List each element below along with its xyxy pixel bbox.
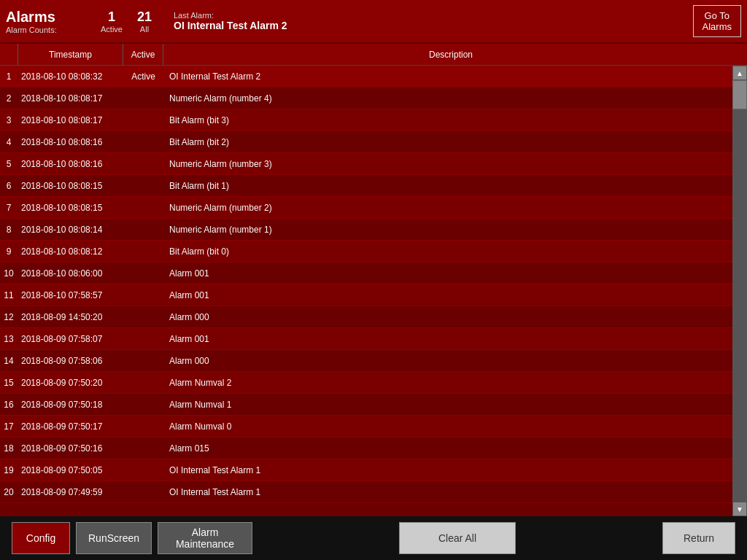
- table-row[interactable]: 14 2018-08-09 07:58:06 Alarm 000: [0, 350, 747, 372]
- all-count-label: All: [140, 25, 149, 34]
- scroll-thumb[interactable]: [732, 80, 747, 109]
- row-timestamp: 2018-08-09 07:50:20: [18, 378, 123, 388]
- runscreen-button[interactable]: RunScreen: [76, 522, 152, 554]
- row-num: 11: [0, 290, 18, 300]
- table-row[interactable]: 16 2018-08-09 07:50:18 Alarm Numval 1: [0, 394, 747, 416]
- row-timestamp: 2018-08-10 08:08:15: [18, 181, 123, 191]
- row-timestamp: 2018-08-10 08:06:00: [18, 268, 123, 279]
- table-row[interactable]: 19 2018-08-09 07:50:05 OI Internal Test …: [0, 459, 747, 481]
- last-alarm-area: Last Alarm: OI Internal Test Alarm 2: [174, 11, 287, 31]
- table-row[interactable]: 18 2018-08-09 07:50:16 Alarm 015: [0, 438, 747, 459]
- scroll-up-button[interactable]: ▲: [732, 66, 747, 80]
- all-count-item: 21 All: [137, 9, 152, 34]
- table-row[interactable]: 9 2018-08-10 08:08:12 Bit Alarm (bit 0): [0, 241, 747, 262]
- alarm-table-area: Timestamp Active Description 1 2018-08-1…: [0, 44, 747, 516]
- row-timestamp: 2018-08-10 08:08:12: [18, 246, 123, 257]
- row-description: Bit Alarm (bit 1): [163, 181, 732, 191]
- row-description: Numeric Alarm (number 4): [163, 93, 732, 104]
- header: Alarms Alarm Counts: 1 Active 21 All Las…: [0, 0, 747, 44]
- table-row[interactable]: 2 2018-08-10 08:08:17 Numeric Alarm (num…: [0, 88, 747, 109]
- col-description-header: Description: [163, 50, 732, 60]
- go-to-alarms-button[interactable]: Go ToAlarms: [693, 5, 741, 37]
- table-row[interactable]: 17 2018-08-09 07:50:17 Alarm Numval 0: [0, 416, 747, 438]
- row-description: Bit Alarm (bit 3): [163, 115, 732, 125]
- row-active: Active: [123, 71, 163, 82]
- row-timestamp: 2018-08-10 08:08:17: [18, 93, 123, 104]
- clear-all-button[interactable]: Clear All: [399, 522, 516, 554]
- table-row[interactable]: 20 2018-08-09 07:49:59 OI Internal Test …: [0, 481, 747, 503]
- last-alarm-label: Last Alarm:: [174, 11, 287, 20]
- row-num: 8: [0, 225, 18, 235]
- row-description: Alarm 000: [163, 312, 732, 322]
- row-description: Alarm Numval 1: [163, 400, 732, 410]
- row-description: Bit Alarm (bit 2): [163, 137, 732, 147]
- row-num: 13: [0, 334, 18, 344]
- alarm-maintenance-button[interactable]: AlarmMaintenance: [158, 522, 252, 554]
- table-row[interactable]: 15 2018-08-09 07:50:20 Alarm Numval 2: [0, 372, 747, 394]
- row-description: Numeric Alarm (number 1): [163, 225, 732, 235]
- row-timestamp: 2018-08-10 08:08:17: [18, 115, 123, 125]
- row-description: Alarm 001: [163, 290, 732, 300]
- row-num: 16: [0, 400, 18, 410]
- alarms-title-area: Alarms Alarm Counts:: [6, 9, 93, 34]
- row-description: OI Internal Test Alarm 2: [163, 71, 732, 82]
- row-timestamp: 2018-08-09 07:58:07: [18, 334, 123, 344]
- row-num: 12: [0, 312, 18, 322]
- row-description: Alarm Numval 2: [163, 378, 732, 388]
- scrollbar[interactable]: ▲ ▼: [732, 66, 747, 516]
- row-num: 9: [0, 246, 18, 257]
- table-row[interactable]: 10 2018-08-10 08:06:00 Alarm 001: [0, 262, 747, 284]
- table-body: 1 2018-08-10 08:08:32 Active OI Internal…: [0, 66, 747, 516]
- table-row[interactable]: 3 2018-08-10 08:08:17 Bit Alarm (bit 3): [0, 109, 747, 131]
- table-row[interactable]: 13 2018-08-09 07:58:07 Alarm 001: [0, 328, 747, 350]
- row-timestamp: 2018-08-10 08:08:15: [18, 203, 123, 213]
- active-count-label: Active: [101, 25, 123, 34]
- row-timestamp: 2018-08-09 07:58:06: [18, 356, 123, 366]
- table-row[interactable]: 5 2018-08-10 08:08:16 Numeric Alarm (num…: [0, 153, 747, 175]
- table-row[interactable]: 4 2018-08-10 08:08:16 Bit Alarm (bit 2): [0, 131, 747, 153]
- table-row[interactable]: 7 2018-08-10 08:08:15 Numeric Alarm (num…: [0, 197, 747, 219]
- row-description: Numeric Alarm (number 2): [163, 203, 732, 213]
- row-timestamp: 2018-08-09 07:49:59: [18, 487, 123, 497]
- row-num: 7: [0, 203, 18, 213]
- col-active-header: Active: [123, 44, 163, 65]
- row-timestamp: 2018-08-10 08:08:14: [18, 225, 123, 235]
- row-timestamp: 2018-08-10 07:58:57: [18, 290, 123, 300]
- row-timestamp: 2018-08-09 07:50:18: [18, 400, 123, 410]
- active-count-item: 1 Active: [101, 9, 123, 34]
- row-description: Bit Alarm (bit 0): [163, 246, 732, 257]
- row-timestamp: 2018-08-10 08:08:16: [18, 137, 123, 147]
- alarm-counts-label: Alarm Counts:: [6, 26, 93, 34]
- scroll-down-button[interactable]: ▼: [732, 502, 747, 516]
- row-description: Numeric Alarm (number 3): [163, 159, 732, 169]
- scroll-track: [732, 80, 747, 502]
- table-row[interactable]: 11 2018-08-10 07:58:57 Alarm 001: [0, 284, 747, 306]
- last-alarm-value: OI Internal Test Alarm 2: [174, 20, 287, 31]
- row-num: 10: [0, 268, 18, 279]
- row-description: Alarm 015: [163, 443, 732, 454]
- table-row[interactable]: 12 2018-08-09 14:50:20 Alarm 000: [0, 306, 747, 328]
- row-num: 15: [0, 378, 18, 388]
- row-description: OI Internal Test Alarm 1: [163, 487, 732, 497]
- row-timestamp: 2018-08-10 08:08:16: [18, 159, 123, 169]
- row-timestamp: 2018-08-09 07:50:16: [18, 443, 123, 454]
- row-num: 1: [0, 71, 18, 82]
- row-description: Alarm 001: [163, 334, 732, 344]
- row-num: 19: [0, 465, 18, 475]
- return-button[interactable]: Return: [662, 522, 735, 554]
- row-timestamp: 2018-08-09 07:50:17: [18, 421, 123, 432]
- col-timestamp-header: Timestamp: [18, 44, 123, 65]
- row-num: 20: [0, 487, 18, 497]
- table-row[interactable]: 6 2018-08-10 08:08:15 Bit Alarm (bit 1): [0, 175, 747, 197]
- active-count-num: 1: [108, 9, 115, 25]
- table-row[interactable]: 1 2018-08-10 08:08:32 Active OI Internal…: [0, 66, 747, 88]
- row-num: 18: [0, 443, 18, 454]
- alarm-counts-area: 1 Active 21 All: [101, 9, 152, 34]
- config-button[interactable]: Config: [12, 522, 70, 554]
- table-row[interactable]: 8 2018-08-10 08:08:14 Numeric Alarm (num…: [0, 219, 747, 241]
- footer: Config RunScreen AlarmMaintenance Clear …: [0, 516, 747, 560]
- row-num: 4: [0, 137, 18, 147]
- row-timestamp: 2018-08-10 08:08:32: [18, 71, 123, 82]
- row-num: 6: [0, 181, 18, 191]
- row-description: Alarm Numval 0: [163, 421, 732, 432]
